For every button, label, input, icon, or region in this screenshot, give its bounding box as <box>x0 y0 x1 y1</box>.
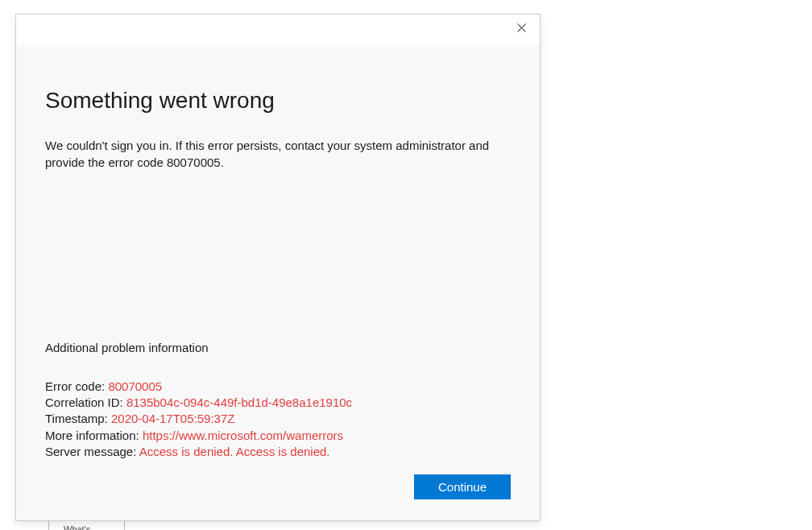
server-message-row: Server message: Access is denied. Access… <box>45 444 511 460</box>
error-code-row: Error code: 80070005 <box>45 379 511 395</box>
timestamp-label: Timestamp: <box>45 412 111 425</box>
additional-info-list: Error code: 80070005 Correlation ID: 813… <box>45 379 511 460</box>
error-code-label: Error code: <box>45 379 108 393</box>
close-icon <box>517 23 526 32</box>
content-spacer <box>45 171 511 341</box>
more-info-label: More information: <box>45 429 143 442</box>
dialog-description: We couldn't sign you in. If this error p… <box>45 137 496 171</box>
timestamp-row: Timestamp: 2020-04-17T05:59:37Z <box>45 411 511 427</box>
more-info-value: https://www.microsoft.com/wamerrors <box>143 429 343 442</box>
button-row: Continue <box>45 474 511 499</box>
more-info-row: More information: https://www.microsoft.… <box>45 428 511 444</box>
continue-button[interactable]: Continue <box>414 474 511 499</box>
timestamp-value: 2020-04-17T05:59:37Z <box>111 412 234 425</box>
correlation-id-value: 8135b04c-094c-449f-bd1d-49e8a1e1910c <box>126 395 352 409</box>
server-message-label: Server message: <box>45 445 139 458</box>
correlation-id-row: Correlation ID: 8135b04c-094c-449f-bd1d-… <box>45 395 511 411</box>
close-button[interactable] <box>503 14 540 40</box>
titlebar <box>16 14 540 45</box>
correlation-id-label: Correlation ID: <box>45 395 126 409</box>
background-tab-fragment: What's <box>48 521 125 530</box>
error-dialog: Something went wrong We couldn't sign yo… <box>15 14 541 521</box>
dialog-heading: Something went wrong <box>45 87 511 114</box>
dialog-content: Something went wrong We couldn't sign yo… <box>16 45 540 520</box>
error-code-value: 80070005 <box>108 379 162 393</box>
additional-info-heading: Additional problem information <box>45 341 511 354</box>
background-tab-text: What's <box>64 524 90 530</box>
server-message-value: Access is denied. Access is denied. <box>139 445 330 458</box>
